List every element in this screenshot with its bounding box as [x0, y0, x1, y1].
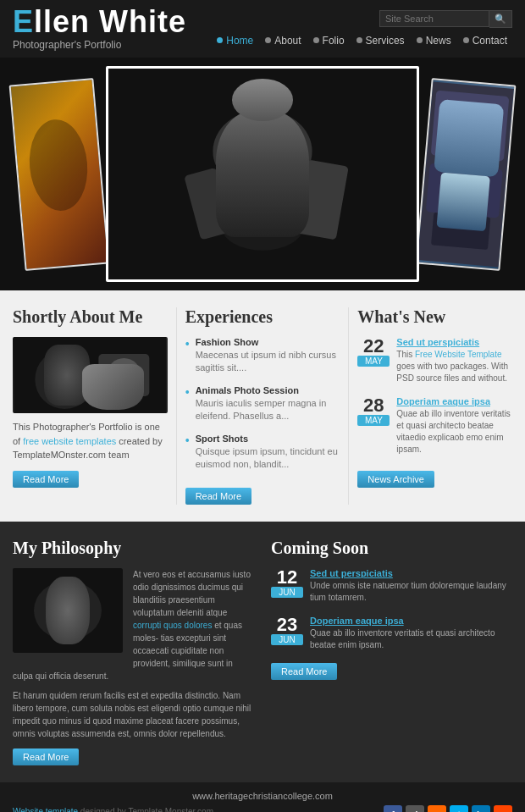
philosophy-link[interactable]: corrupti quos dolores	[133, 621, 212, 630]
news-archive-button[interactable]: News Archive	[357, 471, 434, 488]
logo-white: White	[99, 4, 186, 39]
search-bar: 🔍	[379, 10, 512, 28]
coming-soon-col: Coming Soon 12 jun Sed ut perspiciatis U…	[271, 539, 512, 765]
news-content-2: Doperiam eaque ipsa Quae ab illo invento…	[396, 396, 512, 456]
experiences-title: Experiences	[185, 307, 340, 327]
svg-point-15	[54, 356, 75, 377]
svg-rect-8	[431, 90, 510, 161]
about-text: This Photographer's Portfolio is one of …	[13, 420, 168, 462]
news-title-2[interactable]: Doperiam eaque ipsa	[396, 396, 512, 406]
coming-item-1: 12 jun Sed ut perspiciatis Unde omnis is…	[271, 568, 512, 604]
coming-title-2[interactable]: Doperiam eaque ipsa	[310, 616, 512, 626]
exp-item-3: Sport Shots Quisque ipsum ipsum, tincidu…	[185, 434, 340, 472]
search-input[interactable]	[379, 10, 489, 27]
footer-credit-link[interactable]: Website template	[13, 807, 78, 812]
philosophy-image	[13, 568, 123, 653]
nav-label-home: Home	[226, 35, 253, 47]
nav-folio[interactable]: Folio	[308, 33, 350, 48]
coming-text-2: Quae ab illo inventore veritatis et quas…	[310, 627, 512, 651]
news-day-1: 22	[357, 337, 390, 356]
search-button[interactable]: 🔍	[489, 10, 512, 28]
exp-title-1: Fashion Show	[196, 337, 340, 347]
exp-title-2: Animals Photo Session	[196, 385, 340, 395]
header-right: 🔍 Home About Folio Services News	[212, 10, 512, 48]
nav-home[interactable]: Home	[212, 33, 258, 48]
twitter-icon[interactable]: t	[450, 805, 468, 812]
nav-dot-services	[356, 37, 362, 43]
news-day-2: 28	[357, 396, 390, 415]
exp-title-3: Sport Shots	[196, 434, 340, 444]
svg-point-18	[113, 365, 134, 385]
news-text-2: Quae ab illo inventore veritatis et quas…	[396, 408, 512, 456]
coming-month-1: jun	[271, 587, 303, 598]
svg-rect-3	[234, 159, 291, 242]
coming-month-2: jun	[271, 634, 303, 645]
nav-news[interactable]: News	[412, 33, 456, 48]
footer-credit-text: designed by Template Monster.com	[80, 807, 213, 812]
coming-date-1: 12 jun	[271, 568, 303, 604]
main-nav: Home About Folio Services News Contact	[212, 33, 512, 48]
about-link[interactable]: free website templates	[23, 436, 116, 446]
coming-soon-title: Coming Soon	[271, 539, 512, 558]
coming-text-1: Unde omnis iste natuemor tium doloremque…	[310, 580, 512, 604]
about-title: Shortly About Me	[13, 307, 168, 327]
philosophy-read-more-button[interactable]: Read More	[13, 748, 79, 765]
exp-text-2: Mauris iaculis semper magna in eleifend.…	[196, 397, 340, 423]
coming-read-more-button[interactable]: Read More	[271, 663, 337, 680]
svg-point-14	[49, 360, 80, 390]
footer-url: www.heritagechristiancollege.com	[13, 791, 512, 801]
news-month-1: may	[357, 356, 390, 367]
about-image	[13, 337, 168, 413]
nav-dot-about	[265, 37, 271, 43]
logo-rest: llen	[34, 4, 99, 39]
nav-about[interactable]: About	[260, 33, 306, 48]
nav-label-services: Services	[366, 35, 405, 47]
svg-point-23	[58, 583, 78, 604]
exp-item-1: Fashion Show Maecenas ut ipsum id nibh c…	[185, 337, 340, 375]
news-text-1: This Free Website Template goes with two…	[396, 349, 512, 384]
coming-item-2: 23 jun Doperiam eaque ipsa Quae ab illo …	[271, 616, 512, 651]
coming-title-1[interactable]: Sed ut perspiciatis	[310, 568, 512, 578]
about-read-more-button[interactable]: Read More	[13, 471, 79, 488]
social-icons: f d su t in r	[384, 805, 512, 812]
stumbleupon-icon[interactable]: su	[428, 805, 446, 812]
svg-point-21	[34, 581, 102, 640]
svg-rect-11	[431, 212, 490, 249]
coming-day-2: 23	[271, 616, 303, 634]
svg-point-17	[107, 358, 141, 392]
nav-dot-contact	[463, 37, 469, 43]
facebook-icon[interactable]: f	[384, 805, 402, 812]
nav-contact[interactable]: Contact	[458, 33, 512, 48]
hero-figure	[108, 69, 417, 279]
nav-services[interactable]: Services	[351, 33, 410, 48]
three-cols: Shortly About Me This Photographer's Por…	[0, 290, 525, 522]
coming-day-1: 12	[271, 568, 303, 587]
philosophy-full-text: Et harum quidem rerum facilis est et exp…	[13, 689, 254, 740]
svg-point-1	[213, 110, 312, 193]
about-col: Shortly About Me This Photographer's Por…	[13, 307, 177, 505]
logo-area: Ellen White Photographer's Portfolio	[13, 7, 186, 51]
hero-slide-left[interactable]	[9, 78, 110, 271]
news-link-1a[interactable]: Free Website Template	[415, 350, 501, 359]
nav-dot-folio	[313, 37, 319, 43]
exp-item-2: Animals Photo Session Mauris iaculis sem…	[185, 385, 340, 423]
linkedin-icon[interactable]: in	[472, 805, 490, 812]
exp-text-1: Maecenas ut ipsum id nibh cursus sagitti…	[196, 349, 340, 375]
nav-label-contact: Contact	[472, 35, 507, 47]
hero-main-image[interactable]	[106, 66, 419, 282]
philosophy-section: My Philosophy At vero eos et accusamus i…	[0, 522, 525, 782]
hero-section	[0, 58, 525, 290]
philosophy-col: My Philosophy At vero eos et accusamus i…	[13, 539, 254, 765]
reddit-icon[interactable]: r	[494, 805, 512, 812]
coming-content-2: Doperiam eaque ipsa Quae ab illo invento…	[310, 616, 512, 651]
logo-title: Ellen White	[13, 7, 186, 37]
hero-slide-right[interactable]	[416, 78, 517, 271]
news-title-1[interactable]: Sed ut perspiciatis	[396, 337, 512, 347]
coming-date-2: 23 jun	[271, 616, 303, 651]
whats-new-title: What's New	[357, 307, 512, 327]
nav-label-folio: Folio	[323, 35, 345, 47]
nav-dot-home	[217, 37, 223, 43]
delicious-icon[interactable]: d	[406, 805, 424, 812]
exp-read-more-button[interactable]: Read More	[185, 488, 251, 505]
coming-content-1: Sed ut perspiciatis Unde omnis iste natu…	[310, 568, 512, 604]
